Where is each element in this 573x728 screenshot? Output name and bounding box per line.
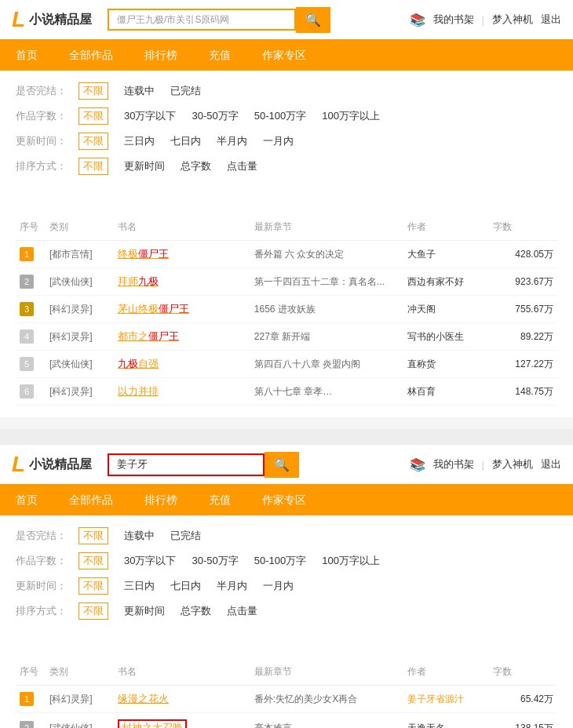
th-num-1: 序号 bbox=[16, 214, 46, 241]
bookshelf-link-1[interactable]: 我的书架 bbox=[433, 13, 474, 27]
search-input-2[interactable] bbox=[108, 453, 265, 476]
filter-completion-finished-2[interactable]: 已完结 bbox=[170, 529, 201, 543]
logout-link-1[interactable]: 退出 bbox=[541, 13, 561, 27]
filter-update-7d-1[interactable]: 七日内 bbox=[170, 134, 201, 148]
author-cell: 直称货 bbox=[407, 359, 436, 369]
filter-sort-1: 排序方式： 不限 更新时间 总字数 点击量 bbox=[16, 158, 557, 175]
filter-update-hm-2[interactable]: 半月内 bbox=[217, 579, 247, 593]
nav-2: 首页 全部作品 排行榜 充值 作家专区 bbox=[0, 484, 573, 515]
chapter-cell: 第八十七章 章孝… bbox=[254, 386, 332, 397]
nav-rank-1[interactable]: 排行榜 bbox=[129, 39, 193, 71]
th-title-2: 书名 bbox=[114, 659, 250, 686]
rank-badge: 2 bbox=[20, 721, 34, 728]
genre-cell: [科幻灵异] bbox=[49, 331, 93, 342]
filter-sort-label-2: 排序方式： bbox=[16, 604, 67, 618]
filter-sort-clicks-1[interactable]: 点击量 bbox=[227, 159, 257, 173]
filter-update-label-1: 更新时间： bbox=[16, 134, 67, 148]
filter-wc-50-100-2[interactable]: 50-100万字 bbox=[254, 554, 306, 568]
filter-update-1m-2[interactable]: 一月内 bbox=[263, 579, 294, 593]
nav-author-1[interactable]: 作家专区 bbox=[246, 39, 322, 71]
filter-update-1: 更新时间： 不限 三日内 七日内 半月内 一月内 bbox=[16, 133, 557, 150]
filter-wc-30-50-2[interactable]: 30-50万字 bbox=[192, 554, 238, 568]
filter-sort-time-2[interactable]: 更新时间 bbox=[124, 604, 165, 618]
filter-sort-words-2[interactable]: 总字数 bbox=[181, 604, 211, 618]
filter-wc-30-1[interactable]: 30万字以下 bbox=[124, 109, 176, 123]
genre-cell: [科幻灵异] bbox=[49, 304, 93, 315]
header-1: L 小说精品屋 🔍 📚 我的书架 | 梦入神机 退出 bbox=[0, 0, 573, 39]
filter-update-hm-1[interactable]: 半月内 bbox=[217, 134, 247, 148]
screenshot-separator bbox=[0, 429, 573, 445]
table-row: 2 [武侠仙侠] 封神之大召唤 亮本难言 天逸无名 138.15万 bbox=[16, 713, 557, 729]
bookshelf-link-2[interactable]: 我的书架 bbox=[433, 457, 474, 471]
filter-wordcount-label-2: 作品字数： bbox=[16, 554, 67, 568]
wordcount-cell: 428.05万 bbox=[515, 249, 553, 260]
search-button-2[interactable]: 🔍 bbox=[265, 452, 299, 478]
book-title-link[interactable]: 终极僵尸王 bbox=[118, 248, 169, 260]
filter-wc-50-100-1[interactable]: 50-100万字 bbox=[254, 109, 306, 123]
filter-wc-30-2[interactable]: 30万字以下 bbox=[124, 554, 176, 568]
wordcount-cell: 65.42万 bbox=[520, 693, 553, 704]
author-cell: 大鱼子 bbox=[407, 249, 436, 260]
book-title-link[interactable]: 都市之僵尸王 bbox=[118, 330, 179, 342]
filter-sort-options-2: 不限 更新时间 总字数 点击量 bbox=[78, 602, 257, 620]
nav-author-2[interactable]: 作家专区 bbox=[246, 484, 322, 515]
filter-sort-words-1[interactable]: 总字数 bbox=[181, 159, 211, 173]
filter-sort-time-1[interactable]: 更新时间 bbox=[124, 159, 165, 173]
recommend-link-2[interactable]: 梦入神机 bbox=[492, 457, 533, 471]
filter-wc-100-1[interactable]: 100万字以上 bbox=[322, 109, 380, 123]
nav-rank-2[interactable]: 排行榜 bbox=[129, 484, 193, 515]
filter-update-options-2: 不限 三日内 七日内 半月内 一月内 bbox=[78, 577, 294, 595]
nav-home-1[interactable]: 首页 bbox=[0, 39, 53, 71]
logo-1: L 小说精品屋 bbox=[12, 7, 92, 32]
filter-update-7d-2[interactable]: 七日内 bbox=[170, 579, 201, 593]
filter-completion-options-1: 不限 连载中 已完结 bbox=[78, 82, 201, 100]
filter-completion-ongoing-1[interactable]: 连载中 bbox=[124, 84, 155, 98]
filter-update-3d-1[interactable]: 三日内 bbox=[124, 134, 155, 148]
filter-sort-all-1[interactable]: 不限 bbox=[78, 158, 108, 175]
genre-cell: [科幻灵异] bbox=[49, 693, 93, 704]
filter-sort-all-2[interactable]: 不限 bbox=[78, 602, 108, 620]
th-words-1: 字数 bbox=[489, 214, 557, 241]
filter-completion-all-2[interactable]: 不限 bbox=[78, 527, 108, 544]
book-title-link[interactable]: 拜师九极 bbox=[118, 275, 159, 287]
nav-recharge-1[interactable]: 充值 bbox=[193, 39, 246, 71]
book-title-link[interactable]: 茅山终极僵尸王 bbox=[118, 303, 189, 315]
search-button-1[interactable]: 🔍 bbox=[296, 7, 330, 33]
filter-wc-30-50-1[interactable]: 30-50万字 bbox=[192, 109, 238, 123]
book-title-link[interactable]: 封神之大召唤 bbox=[118, 722, 187, 728]
filter-completion-ongoing-2[interactable]: 连载中 bbox=[124, 529, 155, 543]
filter-completion-label-1: 是否完结： bbox=[16, 84, 67, 98]
th-genre-1: 类别 bbox=[46, 214, 114, 241]
filter-update-3d-2[interactable]: 三日内 bbox=[124, 579, 155, 593]
book-title-link[interactable]: 缘漫之花火 bbox=[118, 693, 169, 704]
filter-completion-finished-1[interactable]: 已完结 bbox=[170, 84, 201, 98]
filter-wordcount-options-2: 不限 30万字以下 30-50万字 50-100万字 100万字以上 bbox=[78, 552, 380, 570]
filter-wordcount-options-1: 不限 30万字以下 30-50万字 50-100万字 100万字以上 bbox=[78, 107, 380, 125]
search-input-1[interactable] bbox=[108, 9, 296, 31]
nav-home-2[interactable]: 首页 bbox=[0, 484, 53, 515]
book-title-link[interactable]: 九极自强 bbox=[118, 358, 159, 369]
rank-badge: 5 bbox=[20, 357, 34, 371]
search-box-1: 🔍 bbox=[108, 7, 359, 33]
logout-link-2[interactable]: 退出 bbox=[541, 457, 561, 471]
recommend-link-1[interactable]: 梦入神机 bbox=[492, 13, 533, 27]
nav-all-2[interactable]: 全部作品 bbox=[53, 484, 129, 515]
genre-cell: [都市言情] bbox=[49, 249, 93, 260]
filter-update-1m-1[interactable]: 一月内 bbox=[263, 134, 294, 148]
nav-all-1[interactable]: 全部作品 bbox=[53, 39, 129, 71]
filter-wc-all-2[interactable]: 不限 bbox=[78, 552, 108, 570]
th-words-2: 字数 bbox=[489, 659, 557, 686]
chapter-cell: 第一千四百五十二章：真名名... bbox=[254, 276, 385, 287]
author-cell: 姜子牙省源汁 bbox=[407, 693, 464, 704]
table-section-2: 序号 类别 书名 最新章节 作者 字数 1 [科幻灵异] 缘漫之花火 番外:失忆… bbox=[0, 647, 573, 728]
table-row: 5 [武侠仙侠] 九极自强 第四百八十八章 炎盟内阁 直称货 127.22万 bbox=[16, 351, 557, 378]
filter-completion-all-1[interactable]: 不限 bbox=[78, 82, 108, 100]
filter-update-all-1[interactable]: 不限 bbox=[78, 133, 108, 150]
filter-update-2: 更新时间： 不限 三日内 七日内 半月内 一月内 bbox=[16, 577, 557, 595]
filter-sort-clicks-2[interactable]: 点击量 bbox=[227, 604, 257, 618]
nav-recharge-2[interactable]: 充值 bbox=[193, 484, 246, 515]
filter-wc-all-1[interactable]: 不限 bbox=[78, 107, 108, 125]
filter-wc-100-2[interactable]: 100万字以上 bbox=[322, 554, 380, 568]
book-title-link[interactable]: 以力并排 bbox=[118, 385, 159, 397]
filter-update-all-2[interactable]: 不限 bbox=[78, 577, 108, 595]
